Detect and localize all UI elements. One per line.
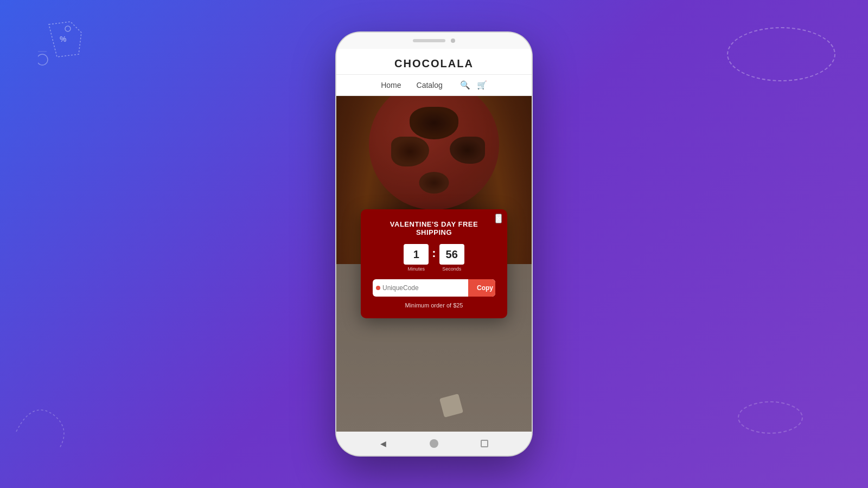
popup-overlay: × VALENTINE'S DAY FREE SHIPPING 1 Minute… [336, 96, 532, 432]
countdown-row: 1 Minutes : 56 Seconds [373, 244, 495, 272]
deco-tag: % [38, 19, 92, 75]
back-button[interactable]: ◀ [378, 438, 389, 449]
deco-dots-bottom [738, 401, 803, 434]
phone-bottom-bar: ◀ [336, 432, 532, 455]
store-nav: Home Catalog 🔍 🛒 [336, 75, 532, 96]
countdown-seconds-label: Seconds [442, 266, 461, 272]
coupon-row: Copy [373, 279, 495, 297]
countdown-seconds-value: 56 [439, 244, 464, 265]
coupon-error-dot [376, 286, 380, 290]
home-circle [430, 439, 438, 448]
countdown-seconds: 56 Seconds [439, 244, 464, 272]
svg-point-2 [38, 54, 48, 65]
coupon-input[interactable] [373, 279, 468, 297]
home-button[interactable] [429, 438, 439, 449]
deco-curve-left [11, 388, 76, 455]
nav-icons: 🔍 🛒 [460, 80, 487, 90]
popup-title: VALENTINE'S DAY FREE SHIPPING [373, 220, 495, 236]
store-title: CHOCOLALA [336, 57, 532, 70]
popup-min-order: Minimum order of $25 [373, 302, 495, 309]
phone-frame: CHOCOLALA Home Catalog 🔍 🛒 [336, 33, 532, 455]
svg-text:%: % [60, 35, 67, 43]
phone-screen: CHOCOLALA Home Catalog 🔍 🛒 [336, 49, 532, 432]
cart-icon[interactable]: 🛒 [477, 80, 487, 90]
countdown-minutes-label: Minutes [408, 266, 425, 272]
recents-button[interactable] [479, 438, 490, 449]
nav-item-home[interactable]: Home [381, 81, 401, 89]
search-icon[interactable]: 🔍 [460, 80, 470, 90]
phone-speaker [413, 39, 445, 42]
deco-dots-right [727, 27, 835, 81]
popup-card: × VALENTINE'S DAY FREE SHIPPING 1 Minute… [361, 209, 507, 318]
copy-button[interactable]: Copy [468, 279, 495, 297]
hero-area: × VALENTINE'S DAY FREE SHIPPING 1 Minute… [336, 96, 532, 432]
recents-square [481, 440, 488, 447]
phone-camera [451, 38, 455, 43]
svg-point-1 [65, 26, 71, 31]
store-header: CHOCOLALA [336, 49, 532, 75]
countdown-separator: : [432, 247, 436, 259]
popup-close-button[interactable]: × [495, 214, 502, 223]
countdown-minutes-value: 1 [404, 244, 429, 265]
countdown-minutes: 1 Minutes [404, 244, 429, 272]
nav-item-catalog[interactable]: Catalog [417, 81, 443, 89]
phone-top-bar [336, 33, 532, 49]
phone-device: CHOCOLALA Home Catalog 🔍 🛒 [336, 33, 532, 455]
